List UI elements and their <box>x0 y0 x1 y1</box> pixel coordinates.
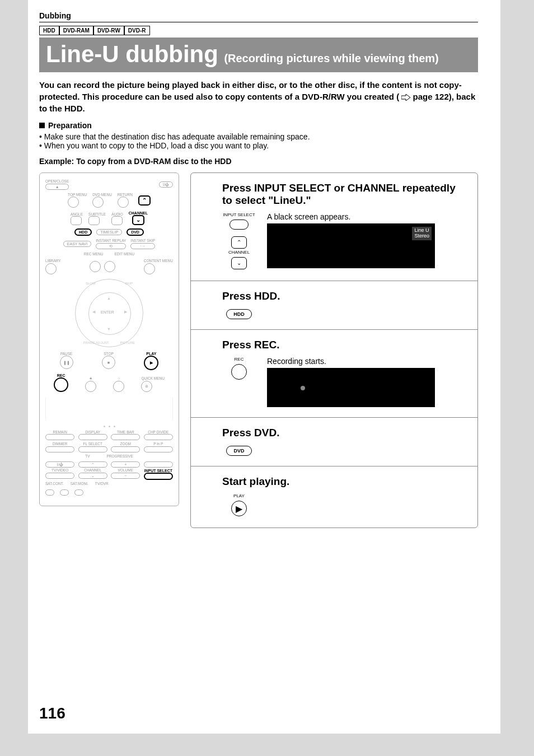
intro-text: You can record the picture being played … <box>39 79 478 114</box>
step-3: Press REC. REC Recording starts. <box>191 330 477 418</box>
tag-dvd-rw: DVD-RW <box>93 26 124 35</box>
play-label-step: PLAY <box>222 493 256 498</box>
topmenu-button <box>68 197 79 208</box>
step-3-note: Recording starts. <box>267 357 435 366</box>
tag-hdd: HDD <box>39 26 59 35</box>
satmoni-label: SAT.MONI. <box>71 482 88 486</box>
menu-btn-2 <box>104 261 115 272</box>
instant-skip-button: ·→ <box>130 243 155 249</box>
play-button: ▶ <box>144 356 158 370</box>
channel-down-button: ⌄ <box>132 215 144 225</box>
remain-button <box>45 434 74 440</box>
rec-label-step: REC <box>222 357 256 362</box>
dpad: SLOW SKIP ▲ ▼ ◀ ▶ ENTER FRAME ADJUST PIC… <box>75 279 143 347</box>
tv-ch-up-button: ⌃ <box>78 461 107 468</box>
intro-part1: You can record the picture being played … <box>39 80 462 101</box>
satcont-button <box>45 489 54 496</box>
stop-button: ■ <box>102 356 115 369</box>
subtitle-button <box>88 216 100 225</box>
title-main: Line-U dubbing <box>46 41 218 67</box>
rec-button <box>54 377 68 392</box>
step-5-title: Start playing. <box>222 475 466 488</box>
tvvideo-button <box>45 473 74 479</box>
step-1-detail: A black screen appears. Line U Stereo <box>267 212 435 268</box>
skip-label: SKIP <box>125 282 133 285</box>
remote-control-diagram: OPEN/CLOSE ▲ I/⏻ TOP MENU DVD MENU RETUR… <box>39 172 179 506</box>
zoom-label: ZOOM <box>111 442 140 446</box>
chpdivide-button <box>144 434 173 440</box>
preparation-list: Make sure that the destination disc has … <box>39 132 478 150</box>
rec-dot-icon <box>301 386 305 390</box>
pause-label: PAUSE <box>60 352 73 356</box>
step-5-icon: PLAY ▶ <box>222 493 256 517</box>
preparation-heading: Preparation <box>39 121 478 130</box>
editmenu-label: EDIT MENU <box>115 253 135 256</box>
angle-label: ANGLE <box>71 213 83 217</box>
dvd-pill-icon: DVD <box>226 446 251 456</box>
step-1-icons: INPUT SELECT ⌃ CHANNEL ⌄ <box>222 212 256 270</box>
content-row: OPEN/CLOSE ▲ I/⏻ TOP MENU DVD MENU RETUR… <box>39 172 478 528</box>
input-select-icon <box>229 220 249 230</box>
zoom-button <box>111 446 140 452</box>
contentmenu-label: CONTENT MENU <box>144 259 173 263</box>
line-u-badge: Line U Stereo <box>412 227 432 240</box>
step-4-icon: DVD <box>222 445 256 456</box>
tv-label: TV <box>85 455 90 459</box>
chpdivide-label: CHP DIVIDE <box>144 431 173 435</box>
prep-bullet-2: When you want to copy to the HDD, load a… <box>39 141 478 150</box>
input-select-label: INPUT SELECT <box>222 212 256 217</box>
channel2-label: CHANNEL <box>78 469 107 473</box>
step-4-title: Press DVD. <box>222 427 466 439</box>
remote-column: OPEN/CLOSE ▲ I/⏻ TOP MENU DVD MENU RETUR… <box>39 172 179 528</box>
vol-up-button: + <box>111 461 140 468</box>
slow-label: SLOW <box>86 282 96 285</box>
step-2-icon: HDD <box>222 308 256 319</box>
angle-button <box>71 216 82 225</box>
dot-row <box>45 426 173 427</box>
audio-button <box>111 216 123 225</box>
display-button <box>78 434 107 440</box>
dimmer-button <box>45 446 74 452</box>
menu-btn-1 <box>90 261 101 272</box>
black-screen-preview: Line U Stereo <box>267 223 435 268</box>
instant-replay-button: ⟲ <box>96 243 126 249</box>
dvdmenu-label: DVD MENU <box>92 193 112 197</box>
step-1-note: A black screen appears. <box>267 212 435 221</box>
tag-dvd-ram: DVD-RAM <box>59 26 93 35</box>
hdd-pill-icon: HDD <box>226 309 252 319</box>
stop-label: STOP <box>102 352 115 356</box>
adjust-label: ADJUST <box>96 341 109 344</box>
enter-label: ENTER <box>101 310 114 314</box>
pause-button: ❚❚ <box>60 356 73 369</box>
quickmenu-label: QUICK MENU <box>141 377 165 381</box>
library-button <box>45 263 57 274</box>
example-heading: Example: To copy from a DVD-RAM disc to … <box>39 157 478 166</box>
subtitle-label: SUBTITLE <box>88 213 106 217</box>
dimmer-label: DIMMER <box>45 442 74 446</box>
play-round-icon: ▶ <box>231 501 247 516</box>
dvd-button: DVD <box>127 228 144 236</box>
step-3-title: Press REC. <box>222 339 466 351</box>
manual-page: Dubbing HDD DVD-RAM DVD-RW DVD-R Line-U … <box>28 0 500 734</box>
step-3-icon: REC <box>222 357 256 383</box>
format-tags: HDD DVD-RAM DVD-RW DVD-R <box>39 26 478 35</box>
circle-label: ○ <box>113 377 124 381</box>
contentmenu-button <box>144 263 155 274</box>
step-1-title: Press INPUT SELECT or CHANNEL repeatedly… <box>222 182 466 207</box>
pinp-button <box>144 446 173 452</box>
progressive-label: PROGRESSIVE <box>106 455 133 459</box>
rec-label: REC <box>54 374 68 377</box>
flselect-label: FL SELECT <box>78 442 107 446</box>
steps-column: Press INPUT SELECT or CHANNEL repeatedly… <box>190 172 478 528</box>
ir-label: INSTANT REPLAY <box>96 239 126 243</box>
frame-label: FRAME <box>83 341 95 344</box>
step-3-detail: Recording starts. <box>267 357 435 407</box>
volume-label: VOLUME <box>111 469 140 473</box>
pinp-label: P in P <box>144 442 173 446</box>
quickmenu-button: ⊚ <box>141 381 152 392</box>
satcont-label: SAT.CONT. <box>45 482 64 486</box>
power-icon: I/⏻ <box>159 181 173 188</box>
rec-round-icon <box>231 364 247 380</box>
channel-down-icon: ⌄ <box>231 257 247 269</box>
step-2-title: Press HDD. <box>222 290 466 302</box>
